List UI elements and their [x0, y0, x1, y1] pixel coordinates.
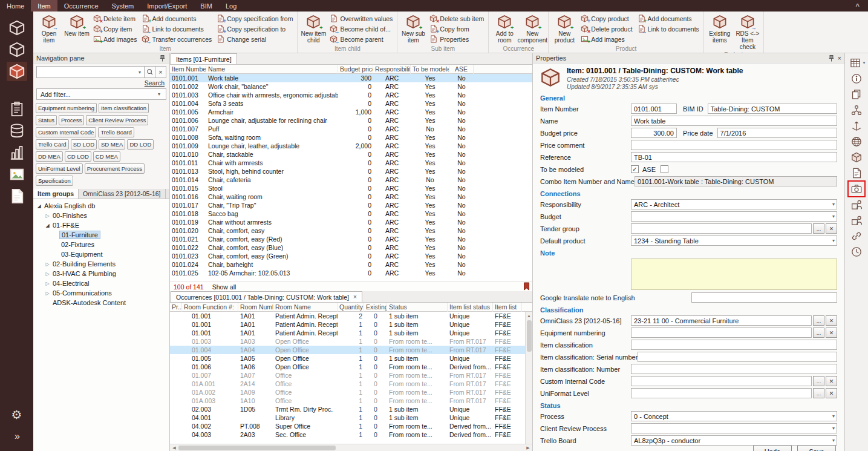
filter-chip-custom-internal-code[interactable]: Custom Internal Code [36, 127, 96, 137]
column-header-budget-price[interactable]: Budget price [338, 65, 373, 74]
occurrence-row[interactable]: 01A.0031A10Office10From room te...From R… [170, 397, 532, 405]
ribbon-button-delete-product[interactable]: ×Delete product [578, 24, 635, 34]
show-all-link[interactable]: Show all [212, 283, 237, 291]
occurrence-row[interactable]: 04.001Library101 sub itemUniqueFF&E [170, 413, 532, 422]
price-comment-field[interactable] [631, 140, 837, 150]
connections-icon[interactable] [849, 229, 864, 243]
menu-tab-home[interactable]: Home [0, 0, 31, 12]
3d-view-icon[interactable] [849, 119, 864, 133]
price-date-field[interactable]: 7/1/2016 [717, 128, 837, 138]
ribbon-button-copy-specification-from[interactable]: +Copy specification from [214, 13, 295, 24]
pin-icon[interactable] [158, 54, 166, 62]
nav-tab-item-groups[interactable]: Item groups [33, 189, 79, 199]
search-clear-icon[interactable]: × [155, 66, 166, 78]
bookmark-icon[interactable] [523, 282, 530, 291]
reports-module-icon[interactable] [7, 143, 27, 162]
ribbon-button-link-to-documents[interactable]: →Link to documents [635, 24, 702, 34]
item-row[interactable]: 0101.017Chair, "Trip Trap"0ARCYesNo [170, 201, 532, 209]
ribbon-button-rds-item-check[interactable]: →RDS <-> Item check [734, 12, 762, 51]
filter-chip-specification[interactable]: Specification [36, 176, 73, 186]
column-header-name[interactable]: Name [206, 65, 338, 74]
filter-chip-client-review-process[interactable]: Client Review Process [86, 115, 148, 125]
scroll-left-icon[interactable]: ◀ [170, 446, 178, 450]
filter-chip-equipment-numbering[interactable]: Equipment numbering [36, 103, 97, 113]
occurrence-row[interactable]: 01A.0012A14Office10From room te...From R… [170, 380, 532, 388]
tree-expander-icon[interactable]: ▷ [44, 262, 51, 267]
ribbon-button-delete-sub-item[interactable]: ×Delete sub item [427, 13, 486, 24]
item-row[interactable]: 0101.002Work chair, "balance"0ARCYesNo [170, 82, 532, 91]
tree-expander-icon[interactable]: ▷ [44, 213, 51, 219]
ase-checkbox[interactable] [661, 165, 668, 173]
ribbon-button-existing-items[interactable]: Existing items [706, 12, 734, 44]
default-product-dropdown[interactable]: 1234 - Standing Table [631, 235, 837, 246]
ribbon-button-new-component[interactable]: +New component [518, 12, 546, 44]
tree-item-05-communications[interactable]: ▷05-Communications [33, 288, 169, 298]
menu-tab-occurrence[interactable]: Occurrence [57, 0, 105, 12]
item-row[interactable]: 0101.005Armchair1,000ARCYesNo [170, 108, 532, 116]
process-dropdown[interactable]: 0 - Concept [631, 411, 837, 421]
search-link[interactable]: Search [145, 79, 165, 87]
search-input[interactable]: ▾ [36, 66, 145, 78]
ribbon-button-add-images[interactable]: +Add images [578, 34, 635, 44]
clear-icon[interactable]: ✕ [826, 223, 837, 234]
omniclass-field[interactable]: 23-21 11 00 - Commercial Furniture [631, 315, 812, 326]
tree-expander-icon[interactable]: ◢ [36, 203, 42, 209]
ribbon-button-become-child-of[interactable]: →Become child of... [327, 24, 395, 34]
tree-expander-icon[interactable]: ▷ [44, 291, 51, 296]
uniformat-level-field[interactable] [631, 388, 812, 398]
item-row[interactable]: 0101.009Lounge chair, leather, adjustabl… [170, 142, 532, 150]
item-classification-number-field[interactable] [631, 364, 837, 374]
column-header-room-number[interactable]: Room Number [238, 303, 273, 312]
occurrence-row[interactable]: 01.0041A04Open Office10From room te...Fr… [170, 346, 532, 354]
tree-item-02-fixtures[interactable]: 02-Fixtures [33, 240, 169, 249]
clear-icon[interactable]: ✕ [826, 388, 837, 398]
menu-tab-bim[interactable]: BIM [194, 0, 219, 12]
column-header-item-list-status[interactable]: Item list status [448, 303, 493, 312]
ribbon-button-open-item[interactable]: →Open item [35, 12, 63, 44]
images-camera-icon[interactable] [849, 182, 864, 196]
occurrence-row[interactable]: 01.0061A06Open Office10From room te...De… [170, 363, 532, 371]
filter-chip-cd-lod[interactable]: CD LOD [65, 151, 91, 162]
item-row[interactable]: 0101.013Stool, high, behind counter0ARCY… [170, 167, 532, 176]
tree-item-03-equipment[interactable]: 03-Equipment [33, 249, 169, 259]
filter-chip-dd-lod[interactable]: DD LOD [127, 139, 154, 150]
item-row[interactable]: 0101.011Chair with armrests0ARCYesNo [170, 159, 532, 167]
ribbon-button-copy-product[interactable]: +Copy product [578, 13, 635, 24]
tree-item-01-furniture[interactable]: 01-Furniture [33, 230, 169, 240]
lookup-button[interactable]: ... [813, 223, 824, 234]
reference-field[interactable]: TB-01 [631, 152, 837, 162]
custom-internal-code-field[interactable] [631, 376, 812, 386]
close-tab-icon[interactable]: × [353, 294, 357, 300]
item-row[interactable]: 0101.015Stool0ARCYesNo [170, 184, 532, 193]
ribbon-button-link-to-documents[interactable]: →Link to documents [139, 24, 214, 34]
ribbon-button-new-product[interactable]: +New product [550, 12, 578, 44]
item-row[interactable]: 0101.016Chair, waiting room0ARCYesNo [170, 193, 532, 201]
tree-item-04-electrical[interactable]: ▷04-Electrical [33, 278, 169, 288]
filter-chip-sd-lod[interactable]: SD LOD [71, 139, 97, 150]
pin-icon[interactable] [827, 54, 835, 62]
occurrence-row[interactable]: 01.0071A07Office10From room te...From RT… [170, 371, 532, 380]
ribbon-button-add-documents[interactable]: +Add documents [139, 13, 214, 24]
column-header-ase[interactable]: ASE [449, 65, 474, 74]
undo-button[interactable]: Undo [753, 445, 792, 451]
tree-item-00-finishes[interactable]: ▷00-Finishes [33, 211, 169, 220]
copy-icon[interactable] [849, 88, 864, 101]
occurrence-row[interactable]: 01.0011A01Patient Admin. Recept.101 sub … [170, 320, 532, 329]
ribbon-button-new-item[interactable]: +New item [63, 12, 91, 38]
item-classification-field[interactable] [631, 340, 837, 350]
column-header-room-function[interactable]: Room Function #: [182, 303, 238, 312]
images-module-icon[interactable] [7, 165, 27, 184]
search-text-input[interactable] [38, 68, 137, 76]
lookup-button[interactable]: ... [813, 315, 824, 326]
ribbon-button-copy-from[interactable]: +Copy from [427, 24, 486, 34]
filter-chip-trello-board[interactable]: Trello Board [98, 127, 134, 137]
trello-board-dropdown[interactable]: AL8zpQ3p - conductor [631, 435, 837, 446]
ribbon-button-properties[interactable]: Properties [427, 34, 486, 44]
tree-item-alexia-english-db[interactable]: ◢Alexia English db [33, 201, 169, 211]
item-row[interactable]: 0101.025102-05 Armchair: 102.05.0130ARCY… [170, 269, 532, 277]
filter-chip-uniformat-level[interactable]: UniFormat Level [36, 163, 83, 174]
item-row[interactable]: 0101.007Puff0ARCNoNo [170, 125, 532, 133]
item-row[interactable]: 0101.022Chair, comfort, easy (Blue)0ARCY… [170, 243, 532, 252]
lookup-button[interactable]: ... [813, 328, 824, 338]
column-header-room-name[interactable]: Room Name [273, 303, 338, 312]
